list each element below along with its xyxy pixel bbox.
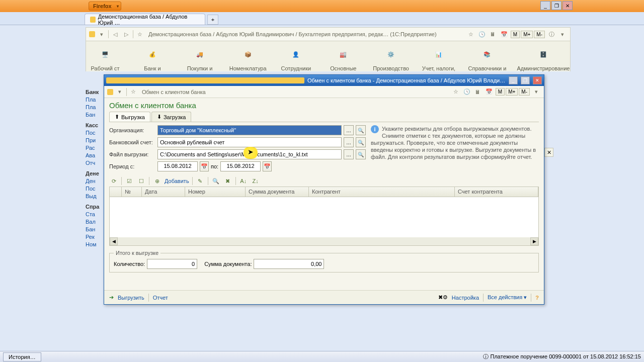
- favorite-icon[interactable]: ☆: [451, 87, 460, 97]
- report-button[interactable]: Отчет: [153, 295, 168, 301]
- app-title: Демонстрационная база / Абдулов Юрий Вла…: [146, 31, 464, 37]
- section-production[interactable]: ⚙️Производство: [375, 44, 407, 71]
- dialog-footer: ➔ Выгрузить Отчет ✖⚙ Настройка Все дейст…: [104, 290, 544, 304]
- col-account[interactable]: Счет контрагента: [455, 187, 538, 197]
- memory-mminus[interactable]: М-: [534, 31, 545, 38]
- history-icon[interactable]: 🕓: [462, 87, 471, 97]
- sum-label: Сумма документа:: [204, 261, 252, 267]
- scroll-track[interactable]: [118, 237, 530, 245]
- history-icon[interactable]: 🕓: [477, 30, 487, 39]
- info-icon[interactable]: ⓘ: [547, 30, 556, 39]
- gear-icon[interactable]: ✖⚙: [438, 294, 448, 301]
- select-button[interactable]: …: [344, 149, 354, 159]
- date-from-input[interactable]: 15.08.2012: [157, 161, 198, 171]
- date-to-input[interactable]: 15.08.2012: [220, 161, 261, 171]
- file-input[interactable]: C:\Documents and Settings\user\My Docume…: [157, 149, 342, 159]
- search-icon[interactable]: 🔍: [211, 176, 220, 186]
- uncheck-icon[interactable]: ☐: [137, 176, 146, 186]
- calendar-icon[interactable]: 📅: [263, 161, 272, 171]
- window-minimize-button[interactable]: _: [540, 1, 550, 10]
- dropdown-icon[interactable]: ▾: [97, 30, 106, 39]
- col-check[interactable]: [110, 187, 122, 197]
- col-num[interactable]: №: [122, 187, 142, 197]
- col-contractor[interactable]: Контрагент: [309, 187, 455, 197]
- section-admin[interactable]: 🗄️Администрирование: [521, 44, 566, 71]
- col-sum[interactable]: Сумма документа: [246, 187, 309, 197]
- document-grid[interactable]: № Дата Номер Сумма документа Контрагент …: [109, 187, 539, 246]
- browser-tab[interactable]: Демонстрационная база / Абдулов Юрий …: [85, 14, 205, 25]
- dialog-nav: ▾ ☆ Обмен с клиентом банка ☆ 🕓 🖩 📅 М М+ …: [104, 86, 544, 98]
- col-number[interactable]: Номер: [185, 187, 246, 197]
- help-icon[interactable]: ?: [535, 295, 539, 301]
- tab-label: Демонстрационная база / Абдулов Юрий …: [98, 14, 200, 26]
- grid-toolbar: ⟳ ☑ ☐ ⊕ Добавить ✎ 🔍 ✖ A↓ Z↓: [109, 176, 539, 186]
- account-input[interactable]: Основной рублевый счет: [157, 137, 342, 147]
- lookup-button[interactable]: 🔍: [356, 149, 366, 159]
- clear-search-icon[interactable]: ✖: [223, 176, 232, 186]
- section-purchases[interactable]: 🚚Покупки и: [185, 44, 215, 71]
- sum-value: 0,00: [254, 259, 324, 269]
- lookup-button[interactable]: 🔍: [356, 125, 366, 135]
- memory-m[interactable]: М: [511, 31, 520, 38]
- tab-import[interactable]: ⬇Загрузка: [151, 112, 191, 122]
- col-date[interactable]: Дата: [142, 187, 185, 197]
- close-panel-button[interactable]: ✕: [544, 148, 553, 157]
- calculator-icon[interactable]: 🖩: [473, 87, 482, 97]
- check-icon[interactable]: ☑: [125, 176, 134, 186]
- favorite-icon[interactable]: ☆: [466, 30, 475, 39]
- firefox-menu-button[interactable]: Firefox: [89, 2, 121, 11]
- settings-button[interactable]: Настройка: [452, 295, 479, 301]
- dialog-titlebar[interactable]: Обмен с клиентом банка - Демонстрационна…: [104, 75, 544, 86]
- menu-icon[interactable]: ▾: [558, 30, 567, 39]
- history-button[interactable]: История…: [3, 352, 41, 361]
- nav-forward-icon[interactable]: ▷: [122, 30, 131, 39]
- add-button[interactable]: Добавить: [165, 178, 189, 184]
- window-maximize-button[interactable]: ❐: [551, 1, 561, 10]
- file-label: Файл выгрузки:: [109, 151, 155, 157]
- totals-fieldset: Итого к выгрузке Количество: 0 Сумма док…: [109, 250, 539, 273]
- scroll-right-icon[interactable]: ▶: [530, 237, 538, 245]
- select-button[interactable]: …: [344, 137, 354, 147]
- calculator-icon[interactable]: 🖩: [489, 30, 498, 39]
- dialog-breadcrumb: Обмен с клиентом банка: [140, 89, 449, 95]
- app-1c-icon: [89, 31, 95, 37]
- section-employees[interactable]: 👤Сотрудники: [281, 44, 311, 71]
- export-button[interactable]: Выгрузить: [118, 295, 144, 301]
- select-button[interactable]: …: [344, 125, 354, 135]
- star-icon[interactable]: ☆: [135, 30, 144, 39]
- nav-back-icon[interactable]: ◁: [111, 30, 120, 39]
- dlg-maximize-button[interactable]: ❐: [521, 76, 530, 84]
- sort-asc-icon[interactable]: A↓: [239, 176, 248, 186]
- calendar-icon[interactable]: 📅: [500, 30, 509, 39]
- dlg-minimize-button[interactable]: _: [509, 76, 518, 84]
- window-close-button[interactable]: ✕: [562, 1, 573, 10]
- memory-mminus[interactable]: М-: [519, 88, 530, 96]
- section-assets[interactable]: 🏭Основные: [328, 44, 358, 71]
- menu-icon[interactable]: ▾: [532, 87, 541, 97]
- star-icon[interactable]: ☆: [129, 87, 138, 97]
- memory-mplus[interactable]: М+: [506, 88, 518, 96]
- section-taxes[interactable]: 📊Учет, налоги,: [424, 44, 454, 71]
- new-tab-button[interactable]: +: [207, 15, 218, 25]
- section-bank[interactable]: 💰Банк и: [137, 44, 168, 71]
- tab-export[interactable]: ⬆Выгрузка: [109, 112, 150, 122]
- memory-mplus[interactable]: М+: [521, 31, 533, 38]
- section-nomenclature[interactable]: 📦Номенклатура: [232, 44, 264, 71]
- memory-m[interactable]: М: [496, 88, 505, 96]
- lookup-button[interactable]: 🔍: [356, 137, 366, 147]
- org-input[interactable]: Торговый дом "Комплексный": [157, 125, 342, 135]
- scroll-left-icon[interactable]: ◀: [110, 237, 118, 245]
- sort-desc-icon[interactable]: Z↓: [251, 176, 260, 186]
- calendar-icon[interactable]: 📅: [200, 161, 209, 171]
- refresh-icon[interactable]: ⟳: [109, 176, 118, 186]
- edit-icon[interactable]: ✎: [196, 176, 205, 186]
- section-catalogs[interactable]: 📚Справочники и: [471, 44, 504, 71]
- count-value: 0: [147, 259, 197, 269]
- calendar-icon[interactable]: 📅: [485, 87, 494, 97]
- dropdown-icon[interactable]: ▾: [115, 87, 124, 97]
- section-desktop[interactable]: 🖥️Рабочий ст: [90, 44, 120, 71]
- dlg-close-button[interactable]: ✕: [533, 76, 542, 84]
- add-icon[interactable]: ⊕: [152, 176, 162, 186]
- hint-text: i Укажите реквизиты для отбора выгружаем…: [371, 125, 539, 173]
- all-actions-button[interactable]: Все действия ▾: [488, 294, 527, 301]
